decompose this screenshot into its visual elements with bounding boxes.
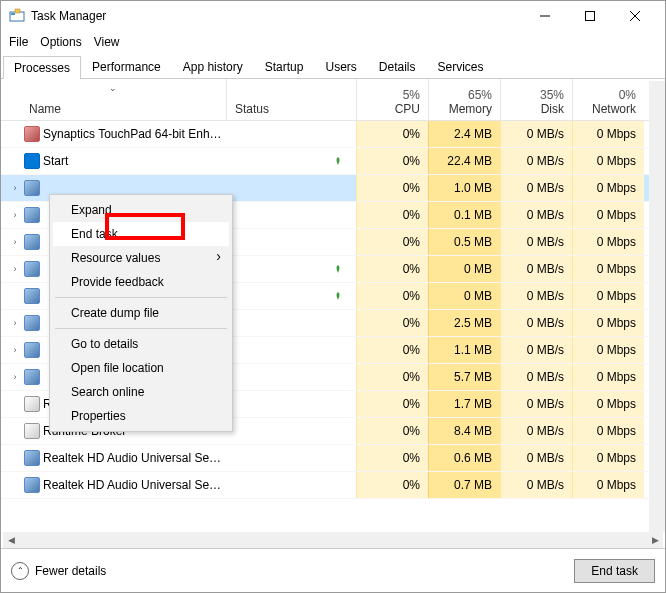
- tab-processes[interactable]: Processes: [3, 56, 81, 79]
- process-icon: [24, 342, 40, 358]
- close-button[interactable]: [612, 1, 657, 31]
- scroll-right-icon[interactable]: ▶: [649, 534, 661, 546]
- menu-options[interactable]: Options: [40, 35, 81, 49]
- process-icon: [24, 180, 40, 196]
- column-name[interactable]: ⌄ Name: [1, 79, 226, 120]
- svg-rect-2: [15, 9, 20, 13]
- context-expand[interactable]: Expand: [53, 198, 229, 222]
- process-icon: [24, 288, 40, 304]
- disk-cell: 0 MB/s: [500, 472, 572, 498]
- expand-icon[interactable]: ›: [9, 372, 21, 382]
- disk-cell: 0 MB/s: [500, 337, 572, 363]
- scroll-left-icon[interactable]: ◀: [5, 534, 17, 546]
- maximize-button[interactable]: [567, 1, 612, 31]
- process-name: Realtek HD Audio Universal Serv...: [43, 478, 222, 492]
- network-cell: 0 Mbps: [572, 256, 644, 282]
- memory-cell: 5.7 MB: [428, 364, 500, 390]
- network-cell: 0 Mbps: [572, 229, 644, 255]
- menubar: File Options View: [1, 31, 665, 53]
- app-icon: [9, 8, 25, 24]
- column-memory[interactable]: 65%Memory: [428, 79, 500, 120]
- process-row[interactable]: ›Synaptics TouchPad 64-bit Enha...0%2.4 …: [1, 121, 665, 148]
- cpu-cell: 0%: [356, 229, 428, 255]
- disk-cell: 0 MB/s: [500, 175, 572, 201]
- cpu-cell: 0%: [356, 283, 428, 309]
- process-icon: [24, 207, 40, 223]
- memory-cell: 0.7 MB: [428, 472, 500, 498]
- disk-cell: 0 MB/s: [500, 121, 572, 147]
- disk-cell: 0 MB/s: [500, 418, 572, 444]
- vertical-scrollbar[interactable]: [649, 81, 665, 532]
- svg-rect-1: [11, 13, 15, 15]
- status-cell: [226, 292, 356, 300]
- context-resource-values[interactable]: Resource values: [53, 246, 229, 270]
- end-task-button[interactable]: End task: [574, 559, 655, 583]
- expand-icon[interactable]: ›: [9, 183, 21, 193]
- context-open-location[interactable]: Open file location: [53, 356, 229, 380]
- sort-indicator-icon: ⌄: [109, 83, 117, 93]
- cpu-cell: 0%: [356, 472, 428, 498]
- cpu-cell: 0%: [356, 148, 428, 174]
- cpu-cell: 0%: [356, 445, 428, 471]
- expand-icon[interactable]: ›: [9, 210, 21, 220]
- context-go-to-details[interactable]: Go to details: [53, 332, 229, 356]
- disk-cell: 0 MB/s: [500, 310, 572, 336]
- expand-icon[interactable]: ›: [9, 345, 21, 355]
- context-create-dump[interactable]: Create dump file: [53, 301, 229, 325]
- svg-rect-4: [585, 12, 594, 21]
- process-icon: [24, 396, 40, 412]
- context-separator: [55, 328, 227, 329]
- process-icon: [24, 423, 40, 439]
- context-menu: Expand End task Resource values Provide …: [49, 194, 233, 432]
- memory-cell: 0.6 MB: [428, 445, 500, 471]
- cpu-cell: 0%: [356, 337, 428, 363]
- process-name: Start: [43, 154, 222, 168]
- context-properties[interactable]: Properties: [53, 404, 229, 428]
- process-row[interactable]: ›Start0%22.4 MB0 MB/s0 Mbps: [1, 148, 665, 175]
- disk-cell: 0 MB/s: [500, 391, 572, 417]
- tab-app-history[interactable]: App history: [172, 55, 254, 78]
- column-disk[interactable]: 35%Disk: [500, 79, 572, 120]
- memory-cell: 0 MB: [428, 256, 500, 282]
- expand-icon[interactable]: ›: [9, 237, 21, 247]
- window-title: Task Manager: [31, 9, 522, 23]
- column-network[interactable]: 0%Network: [572, 79, 644, 120]
- menu-file[interactable]: File: [9, 35, 28, 49]
- column-cpu[interactable]: 5%CPU: [356, 79, 428, 120]
- process-name: Synaptics TouchPad 64-bit Enha...: [43, 127, 222, 141]
- process-icon: [24, 153, 40, 169]
- menu-view[interactable]: View: [94, 35, 120, 49]
- horizontal-scrollbar[interactable]: ◀ ▶: [3, 532, 663, 548]
- network-cell: 0 Mbps: [572, 121, 644, 147]
- context-search-online[interactable]: Search online: [53, 380, 229, 404]
- cpu-cell: 0%: [356, 418, 428, 444]
- memory-cell: 0.1 MB: [428, 202, 500, 228]
- tab-users[interactable]: Users: [314, 55, 367, 78]
- cpu-cell: 0%: [356, 364, 428, 390]
- memory-cell: 0 MB: [428, 283, 500, 309]
- network-cell: 0 Mbps: [572, 175, 644, 201]
- status-cell: [226, 265, 356, 273]
- process-icon: [24, 477, 40, 493]
- minimize-button[interactable]: [522, 1, 567, 31]
- expand-icon[interactable]: ›: [9, 264, 21, 274]
- tab-services[interactable]: Services: [427, 55, 495, 78]
- network-cell: 0 Mbps: [572, 472, 644, 498]
- context-provide-feedback[interactable]: Provide feedback: [53, 270, 229, 294]
- context-separator: [55, 297, 227, 298]
- process-row[interactable]: ›Realtek HD Audio Universal Serv...0%0.6…: [1, 445, 665, 472]
- process-row[interactable]: ›Realtek HD Audio Universal Serv...0%0.7…: [1, 472, 665, 499]
- process-name: Realtek HD Audio Universal Serv...: [43, 451, 222, 465]
- fewer-details-button[interactable]: ⌃ Fewer details: [11, 562, 106, 580]
- memory-cell: 2.4 MB: [428, 121, 500, 147]
- expand-icon[interactable]: ›: [9, 318, 21, 328]
- network-cell: 0 Mbps: [572, 337, 644, 363]
- process-icon: [24, 369, 40, 385]
- status-leaf-icon: [334, 157, 342, 165]
- context-end-task[interactable]: End task: [53, 222, 229, 246]
- tab-performance[interactable]: Performance: [81, 55, 172, 78]
- tab-startup[interactable]: Startup: [254, 55, 315, 78]
- tab-details[interactable]: Details: [368, 55, 427, 78]
- column-status[interactable]: Status: [226, 79, 356, 120]
- process-icon: [24, 450, 40, 466]
